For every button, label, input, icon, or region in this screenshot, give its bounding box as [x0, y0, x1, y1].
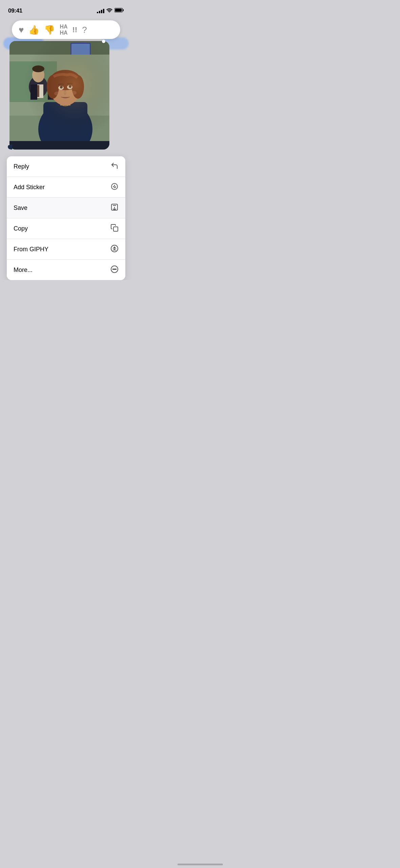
save-label: Save	[14, 204, 27, 212]
copy-menu-item[interactable]: Copy	[7, 218, 125, 239]
save-menu-item[interactable]: Save	[7, 198, 125, 218]
bubble-tail	[7, 144, 12, 150]
more-label: More...	[14, 267, 33, 274]
reaction-thumbsdown-button[interactable]: 👎	[44, 25, 55, 34]
svg-point-0	[109, 12, 110, 13]
svg-point-41	[114, 269, 115, 270]
sticker-icon	[110, 182, 119, 192]
context-menu: Reply Add Sticker Save	[7, 156, 125, 280]
reaction-question-button[interactable]: ?	[82, 25, 87, 34]
more-icon	[110, 265, 119, 275]
svg-point-40	[113, 269, 113, 270]
reply-label: Reply	[14, 163, 29, 170]
appstore-icon	[110, 244, 119, 254]
reply-menu-item[interactable]: Reply	[7, 156, 125, 177]
wifi-icon	[106, 8, 112, 14]
chat-area: ♥ 👍 👎 HAHA !! ?	[0, 17, 132, 150]
from-giphy-menu-item[interactable]: From GIPHY	[7, 239, 125, 260]
more-menu-item[interactable]: More...	[7, 260, 125, 280]
add-sticker-label: Add Sticker	[14, 184, 45, 191]
status-bar: 09:41	[0, 0, 132, 17]
svg-point-42	[115, 269, 116, 270]
add-sticker-menu-item[interactable]: Add Sticker	[7, 177, 125, 198]
message-bubble	[9, 41, 109, 150]
status-time: 09:41	[8, 7, 22, 14]
bottom-area	[0, 280, 132, 382]
signal-icon	[97, 9, 104, 13]
gif-image	[9, 41, 109, 150]
reply-icon	[110, 162, 119, 171]
reaction-heart-button[interactable]: ♥	[19, 25, 24, 34]
reaction-thumbsup-button[interactable]: 👍	[28, 25, 39, 34]
copy-icon	[110, 224, 119, 233]
battery-icon	[114, 8, 124, 14]
message-image	[9, 41, 109, 150]
svg-rect-3	[115, 9, 122, 12]
svg-rect-31	[9, 41, 109, 150]
save-icon	[110, 203, 119, 213]
svg-rect-36	[113, 227, 118, 231]
reaction-haha-button[interactable]: HAHA	[60, 24, 67, 36]
reaction-emphasize-button[interactable]: !!	[72, 26, 78, 34]
reaction-picker: ♥ 👍 👎 HAHA !! ?	[12, 20, 120, 39]
svg-rect-2	[123, 9, 124, 11]
from-giphy-label: From GIPHY	[14, 246, 48, 253]
copy-label: Copy	[14, 225, 28, 232]
status-icons	[97, 8, 124, 14]
